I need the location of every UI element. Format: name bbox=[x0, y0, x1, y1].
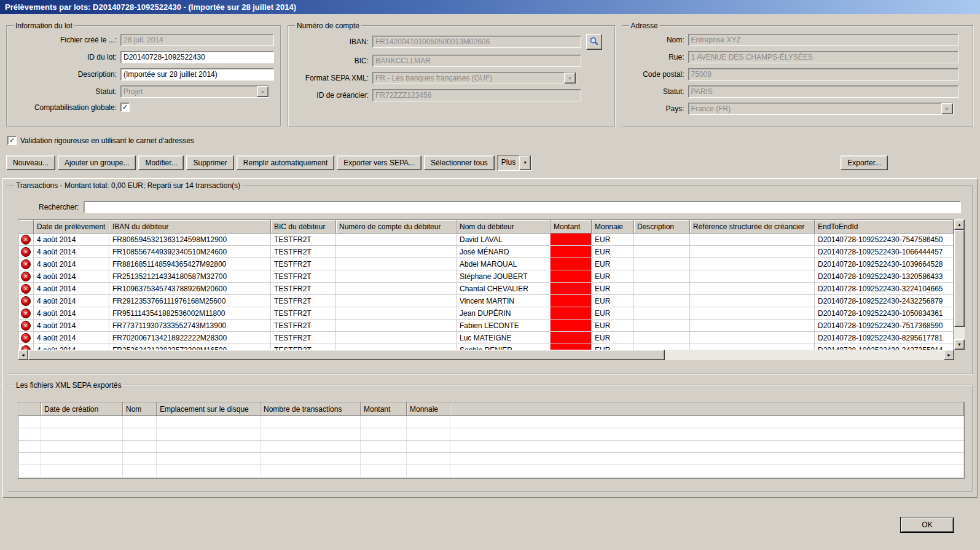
transactions-table: Date de prélèvementIBAN du débiteurBIC d… bbox=[18, 220, 954, 351]
transactions-column-header[interactable]: BIC du débiteur bbox=[271, 220, 336, 234]
scroll-down-icon[interactable]: ▼ bbox=[954, 339, 965, 350]
toolbar-button[interactable]: Nouveau... bbox=[6, 155, 55, 170]
error-icon: ✕ bbox=[21, 284, 31, 294]
description-field[interactable]: (Importée sur 28 juillet 2014) bbox=[120, 68, 274, 81]
exported-empty-cell bbox=[450, 465, 964, 477]
toolbar-button[interactable]: Exporter vers SEPA... bbox=[337, 155, 421, 170]
scroll-up-icon[interactable]: ▲ bbox=[954, 219, 965, 230]
toolbar-button[interactable]: Remplir automatiquement bbox=[237, 155, 334, 170]
exported-column-header[interactable]: Date de création bbox=[41, 403, 123, 416]
transaction-row[interactable]: ✕4 août 2014FR8065945321363124598M12900T… bbox=[18, 234, 954, 246]
cell-currency: EUR bbox=[592, 283, 634, 295]
transactions-column-header[interactable]: Monnaie bbox=[592, 220, 634, 234]
error-icon: ✕ bbox=[21, 333, 31, 343]
plus-dropdown[interactable]: Plus ▼ bbox=[497, 155, 531, 171]
transactions-scroll-area[interactable]: Date de prélèvementIBAN du débiteurBIC d… bbox=[18, 219, 954, 351]
exported-column-header[interactable]: Monnaie bbox=[407, 403, 450, 416]
cell-end_to_end_id: D20140728-1092522430-3224104665 bbox=[815, 283, 954, 295]
cell-bic: TESTFR2T bbox=[271, 283, 336, 295]
cell-date: 4 août 2014 bbox=[34, 307, 109, 320]
cell-bic: TESTFR2T bbox=[271, 258, 336, 270]
cell-end_to_end_id: D20140728-1092522430-7547586450 bbox=[815, 234, 954, 246]
cell-bic: TESTFR2T bbox=[271, 270, 336, 283]
error-icon: ✕ bbox=[21, 296, 31, 306]
exported-column-header[interactable]: Nom bbox=[123, 403, 157, 416]
cell-bic: TESTFR2T bbox=[271, 246, 336, 258]
transaction-row[interactable]: ✕4 août 2014FR2912353766111976168M25600T… bbox=[18, 295, 954, 307]
transactions-column-header[interactable]: Description bbox=[634, 220, 690, 234]
transaction-row[interactable]: ✕4 août 2014FR7737119307333552743M13900T… bbox=[18, 320, 954, 332]
transaction-row[interactable]: ✕4 août 2014FR9511143541882536002M11800T… bbox=[18, 307, 954, 320]
ok-button[interactable]: OK bbox=[900, 517, 954, 533]
lot-id-label: ID du lot: bbox=[14, 53, 120, 61]
toolbar-button[interactable]: Supprimer bbox=[186, 155, 233, 170]
iban-lookup-button[interactable] bbox=[586, 34, 602, 50]
cell-bic: TESTFR2T bbox=[271, 234, 336, 246]
global-accounting-label: Comptabilisation globale: bbox=[14, 103, 120, 112]
transactions-header-row: Date de prélèvementIBAN du débiteurBIC d… bbox=[18, 220, 954, 234]
transaction-row[interactable]: ✕4 août 2014FR1085567449392340510M24600T… bbox=[18, 246, 954, 258]
exported-empty-cell bbox=[41, 441, 123, 453]
cell-description bbox=[634, 258, 690, 270]
transactions-column-header[interactable]: Date de prélèvement bbox=[34, 220, 109, 234]
cell-description bbox=[634, 307, 690, 320]
cell-reference bbox=[690, 246, 815, 258]
vertical-scroll-thumb[interactable] bbox=[954, 230, 965, 327]
transaction-row[interactable]: ✕4 août 2014FR2513521214334180587M32700T… bbox=[18, 270, 954, 283]
cell-end_to_end_id: D20140728-1092522430-7517368590 bbox=[815, 320, 954, 332]
cell-end_to_end_id: D20140728-1092522430-2432256879 bbox=[815, 295, 954, 307]
exported-column-header[interactable]: Emplacement sur le disque bbox=[157, 403, 261, 416]
cell-date: 4 août 2014 bbox=[34, 270, 109, 283]
exported-empty-cell bbox=[18, 453, 41, 465]
exported-column-header[interactable]: Nombre de transactions bbox=[261, 403, 361, 416]
cell-description bbox=[634, 295, 690, 307]
sepa-format-select: FR - Les banques françaises (GUF) ▼ bbox=[372, 72, 576, 84]
transactions-column-header[interactable]: Montant bbox=[551, 220, 592, 234]
cell-date: 4 août 2014 bbox=[34, 234, 109, 246]
scroll-right-icon[interactable]: ► bbox=[944, 350, 954, 360]
cell-amount bbox=[551, 246, 592, 258]
search-input[interactable] bbox=[84, 201, 961, 213]
title-bar[interactable]: Prélèvements par lots: D20140728-1092522… bbox=[0, 0, 980, 14]
transactions-column-header[interactable]: Référence structurée de créancier bbox=[690, 220, 815, 234]
cell-currency: EUR bbox=[592, 246, 634, 258]
cell-reference bbox=[690, 270, 815, 283]
cell-date: 4 août 2014 bbox=[34, 283, 109, 295]
address-street-label: Rue: bbox=[629, 53, 688, 61]
toolbar-button[interactable]: Sélectionner tous bbox=[424, 155, 495, 170]
validation-checkbox[interactable]: ✓ bbox=[7, 136, 17, 145]
cell-currency: EUR bbox=[592, 307, 634, 320]
cell-iban: FR1085567449392340510M24600 bbox=[109, 246, 271, 258]
transaction-row[interactable]: ✕4 août 2014FR8816851148594365427M92800T… bbox=[18, 258, 954, 270]
exported-empty-cell bbox=[407, 441, 450, 453]
transaction-row[interactable]: ✕4 août 2014FR1096375345743788926M20600T… bbox=[18, 283, 954, 295]
transaction-row[interactable]: ✕4 août 2014FR7020067134218922222M28300T… bbox=[18, 332, 954, 344]
row-status-cell: ✕ bbox=[18, 283, 34, 295]
toolbar-button[interactable]: Modifier... bbox=[138, 155, 184, 170]
horizontal-scrollbar[interactable]: ◄ ► bbox=[18, 350, 954, 360]
global-accounting-checkbox[interactable]: ✓ bbox=[120, 103, 130, 112]
search-row: Rechercher: bbox=[39, 201, 965, 213]
cell-account bbox=[336, 258, 457, 270]
exported-files-table: Date de créationNomEmplacement sur le di… bbox=[18, 403, 964, 477]
exported-column-header[interactable] bbox=[450, 403, 964, 416]
horizontal-scroll-thumb[interactable] bbox=[28, 350, 665, 360]
transactions-column-header[interactable]: EndToEndId bbox=[815, 220, 954, 234]
lot-id-field[interactable]: D20140728-1092522430 bbox=[120, 51, 274, 63]
transactions-column-header[interactable]: Nom du débiteur bbox=[457, 220, 551, 234]
export-button[interactable]: Exporter... bbox=[841, 155, 888, 170]
exported-column-header[interactable]: Montant bbox=[361, 403, 407, 416]
window-title: Prélèvements par lots: D20140728-1092522… bbox=[5, 2, 296, 12]
exported-empty-cell bbox=[261, 465, 361, 477]
vertical-scrollbar[interactable]: ▲ ▼ bbox=[954, 219, 965, 350]
exported-column-header[interactable] bbox=[18, 403, 41, 416]
scroll-left-icon[interactable]: ◄ bbox=[18, 350, 28, 360]
sepa-format-value: FR - Les banques françaises (GUF) bbox=[373, 73, 564, 84]
exported-empty-cell bbox=[41, 416, 123, 428]
toolbar-button[interactable]: Ajouter un groupe... bbox=[58, 155, 136, 170]
address-street-field: 1 AVENUE DES CHAMPS-ÉLYSÉES bbox=[688, 51, 958, 63]
error-icon: ✕ bbox=[21, 272, 31, 281]
transactions-column-header[interactable]: Numéro de compte du débiteur bbox=[336, 220, 457, 234]
transactions-column-header[interactable]: IBAN du débiteur bbox=[109, 220, 271, 234]
transactions-column-header[interactable] bbox=[18, 220, 34, 234]
